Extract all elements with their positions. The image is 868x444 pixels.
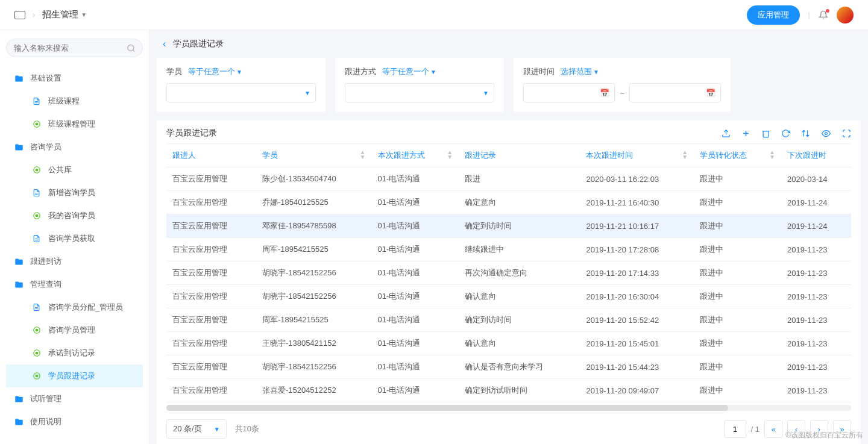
filter-method-label: 跟进方式 xyxy=(345,66,376,77)
sidebar-group[interactable]: 基础设置 xyxy=(6,67,143,90)
main-content: ‹ 学员跟进记录 学员 等于任意一个▼ ▼ 跟进方式 等于任意一个▼ ▼ xyxy=(149,30,868,444)
fullscreen-icon[interactable] xyxy=(842,129,851,138)
back-arrow-icon[interactable]: ‹ xyxy=(163,39,166,49)
table-row[interactable]: 百宝云应用管理周军-1895421552501-电话沟通确定到访时间2019-1… xyxy=(166,308,851,332)
chevron-down-icon: ▼ xyxy=(593,69,599,75)
app-manage-button[interactable]: 应用管理 xyxy=(747,5,800,25)
sidebar-item[interactable]: 新增咨询学员 xyxy=(6,181,143,204)
total-count: 共10条 xyxy=(235,424,259,434)
table-cell: 百宝云应用管理 xyxy=(166,238,256,261)
sidebar-item[interactable]: 承诺到访记录 xyxy=(6,342,143,364)
table-cell: 张喜爱-15204512252 xyxy=(256,379,372,402)
column-header[interactable]: 本次跟进方式▲▼ xyxy=(372,144,459,167)
table-row[interactable]: 百宝云应用管理胡晓宇-1854215225601-电话沟通再次沟通确定意向201… xyxy=(166,261,851,285)
sidebar-group[interactable]: 咨询学员 xyxy=(6,136,143,158)
table-cell: 跟进中 xyxy=(694,332,781,355)
table-cell: 跟进中 xyxy=(694,238,781,261)
sidebar-item[interactable]: 咨询学员获取 xyxy=(6,227,143,250)
table-cell: 百宝云应用管理 xyxy=(166,308,256,332)
scrollbar-thumb[interactable] xyxy=(166,405,728,411)
table-cell: 胡晓宇-18542152256 xyxy=(256,285,372,308)
column-header[interactable]: 本次跟进时间▲▼ xyxy=(580,144,694,167)
view-icon[interactable] xyxy=(821,129,831,138)
refresh-icon[interactable] xyxy=(781,129,790,138)
sidebar-item[interactable]: 班级课程管理 xyxy=(6,113,143,136)
table-cell: 跟进 xyxy=(459,167,580,191)
table-cell: 跟进中 xyxy=(694,285,781,308)
column-header[interactable]: 学员转化状态▲▼ xyxy=(694,144,781,167)
sidebar-item[interactable]: 班级课程 xyxy=(6,90,143,113)
gear-icon xyxy=(33,372,42,380)
divider: | xyxy=(808,10,810,19)
table-cell: 再次沟通确定意向 xyxy=(459,261,580,285)
table-row[interactable]: 百宝云应用管理张喜爱-1520451225201-电话沟通确定到访试听时间201… xyxy=(166,379,851,402)
table-row[interactable]: 百宝云应用管理胡晓宇-1854215225601-电话沟通确认是否有意向来学习2… xyxy=(166,355,851,379)
sidebar-group[interactable]: 管理查询 xyxy=(6,273,143,296)
sidebar-item[interactable]: 咨询学员分配_管理员 xyxy=(6,296,143,319)
table-cell: 百宝云应用管理 xyxy=(166,355,256,379)
chevron-down-icon: ▼ xyxy=(81,11,87,18)
filter-method: 跟进方式 等于任意一个▼ ▼ xyxy=(335,58,504,112)
table-row[interactable]: 百宝云应用管理胡晓宇-1854215225601-电话沟通确认意向2019-11… xyxy=(166,285,851,308)
column-header[interactable]: 学员▲▼ xyxy=(256,144,372,167)
table-cell: 确定到访试听时间 xyxy=(459,379,580,402)
column-header[interactable]: 跟进记录 xyxy=(459,144,580,167)
folder-icon xyxy=(14,143,24,152)
table-cell: 2019-11-24 xyxy=(781,191,851,214)
add-icon[interactable] xyxy=(741,129,750,138)
page-size-select[interactable]: 20 条/页 ▼ xyxy=(166,419,227,439)
column-header[interactable]: 跟进人 xyxy=(166,144,256,167)
filter-method-input[interactable]: ▼ xyxy=(345,83,494,102)
table-cell: 2019-11-20 17:14:33 xyxy=(580,261,694,285)
table-row[interactable]: 百宝云应用管理邓家佳-1895478559801-电话沟通确定到访时间2019-… xyxy=(166,214,851,238)
table-row[interactable]: 百宝云应用管理王晓宇-1380542115201-电话沟通确认意向2019-11… xyxy=(166,332,851,355)
table-row[interactable]: 百宝云应用管理周军-1895421552501-电话沟通继续跟进中2019-11… xyxy=(166,238,851,261)
calendar-icon: 📅 xyxy=(706,89,715,98)
top-left: › 招生管理 ▼ xyxy=(14,9,747,20)
sidebar-group[interactable]: 使用说明 xyxy=(6,410,143,433)
table-cell: 跟进中 xyxy=(694,214,781,238)
sidebar-item[interactable]: 咨询学员管理 xyxy=(6,319,143,342)
table-cell: 继续跟进中 xyxy=(459,238,580,261)
table-row[interactable]: 百宝云应用管理乔娜-1854012552501-电话沟通确定意向2019-11-… xyxy=(166,191,851,214)
sort-icon[interactable] xyxy=(801,129,810,138)
search-input[interactable] xyxy=(6,39,143,57)
sidebar-group[interactable]: 试听管理 xyxy=(6,387,143,410)
table-cell: 乔娜-18540125525 xyxy=(256,191,372,214)
sidebar-item[interactable]: 公共库 xyxy=(6,158,143,181)
date-from-input[interactable]: 📅 xyxy=(523,83,615,102)
table-cell: 2019-11-21 10:16:17 xyxy=(580,214,694,238)
page-number-input[interactable] xyxy=(725,420,746,438)
delete-icon[interactable] xyxy=(761,129,770,138)
table-cell: 2019-11-23 xyxy=(781,238,851,261)
table-cell: 01-电话沟通 xyxy=(372,308,459,332)
pagination: 20 条/页 ▼ 共10条 / 1 « ‹ › » xyxy=(166,419,851,439)
sidebar-group[interactable]: 跟进到访 xyxy=(6,250,143,273)
table-row[interactable]: 百宝云应用管理陈少创-1353450474001-电话沟通跟进2020-03-1… xyxy=(166,167,851,191)
filter-method-op[interactable]: 等于任意一个▼ xyxy=(382,66,436,77)
sidebar-item[interactable]: 我的咨询学员 xyxy=(6,204,143,227)
sidebar-item[interactable]: 学员跟进记录 xyxy=(6,364,143,387)
svg-point-11 xyxy=(36,214,38,217)
filter-time-op[interactable]: 选择范围▼ xyxy=(561,66,599,77)
table-cell: 跟进中 xyxy=(694,191,781,214)
watermark: ©该图版权归百宝云所有 xyxy=(785,430,863,440)
horizontal-scrollbar[interactable] xyxy=(166,405,851,411)
notification-bell-icon[interactable] xyxy=(819,10,828,20)
first-page-button[interactable]: « xyxy=(764,420,782,438)
table-wrapper: 跟进人学员▲▼本次跟进方式▲▼跟进记录本次跟进时间▲▼学员转化状态▲▼下次跟进时… xyxy=(166,143,851,402)
table-cell: 01-电话沟通 xyxy=(372,238,459,261)
filter-student-op[interactable]: 等于任意一个▼ xyxy=(188,66,242,77)
column-header[interactable]: 下次跟进时 xyxy=(781,144,851,167)
breadcrumb-title[interactable]: 招生管理 ▼ xyxy=(42,9,87,20)
table-cell: 百宝云应用管理 xyxy=(166,167,256,191)
gear-icon xyxy=(33,326,42,334)
date-to-input[interactable]: 📅 xyxy=(629,83,721,102)
table-cell: 2019-11-23 xyxy=(781,379,851,402)
filter-student-input[interactable]: ▼ xyxy=(166,83,316,102)
range-separator: ~ xyxy=(620,89,624,98)
table-cell: 01-电话沟通 xyxy=(372,214,459,238)
export-icon[interactable] xyxy=(722,129,731,138)
user-avatar[interactable] xyxy=(837,7,854,23)
breadcrumb-separator: › xyxy=(33,10,35,19)
